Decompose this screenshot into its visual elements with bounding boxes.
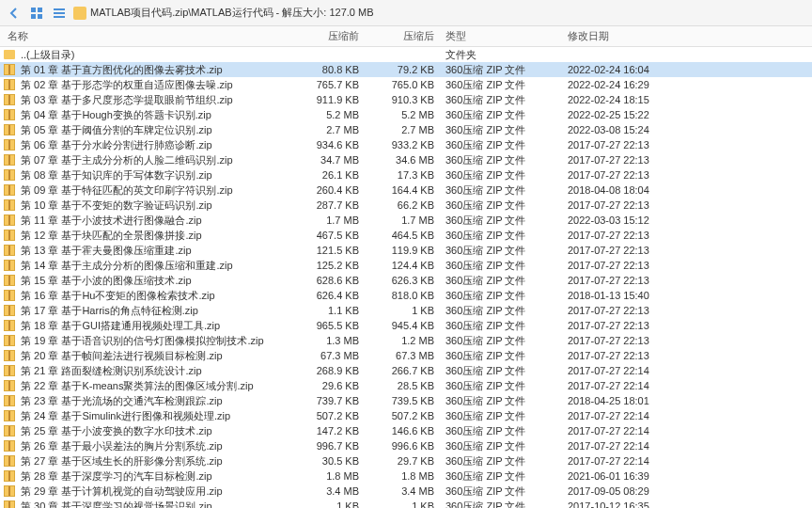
file-size-before: 626.4 KB bbox=[291, 290, 367, 301]
back-button[interactable] bbox=[6, 5, 23, 22]
file-size-before: 260.4 KB bbox=[291, 184, 367, 196]
file-name: 第 01 章 基于直方图优化的图像去雾技术.zip bbox=[21, 63, 291, 77]
file-size-after: 933.2 KB bbox=[367, 139, 442, 151]
file-row[interactable]: 第 14 章 基于主成分分析的图像压缩和重建.zip125.2 KB124.4 … bbox=[0, 258, 812, 273]
svg-rect-6 bbox=[54, 16, 65, 18]
file-row[interactable]: 第 28 章 基于深度学习的汽车目标检测.zip1.8 MB1.8 MB360压… bbox=[0, 468, 812, 484]
file-size-before: 1.8 MB bbox=[291, 470, 367, 482]
parent-dir-label: ..(上级目录) bbox=[21, 48, 291, 62]
file-size-after: 1.8 MB bbox=[367, 470, 442, 482]
col-after[interactable]: 压缩后 bbox=[367, 26, 442, 46]
col-before[interactable]: 压缩前 bbox=[291, 26, 367, 46]
zip-icon bbox=[4, 364, 17, 377]
parent-dir-row[interactable]: ..(上级目录) 文件夹 bbox=[0, 47, 812, 62]
file-size-after: 910.3 KB bbox=[367, 94, 442, 105]
folder-icon bbox=[73, 7, 86, 20]
file-date: 2017-07-27 22:14 bbox=[564, 380, 812, 391]
toolbar: MATLAB项目代码.zip\MATLAB运行代码 - 解压大小: 127.0 … bbox=[0, 0, 812, 26]
file-size-before: 80.8 KB bbox=[291, 64, 367, 75]
file-size-after: 507.2 KB bbox=[367, 410, 442, 421]
file-row[interactable]: 第 04 章 基于Hough变换的答题卡识别.zip5.2 MB5.2 MB36… bbox=[0, 107, 812, 122]
file-type: 360压缩 ZIP 文件 bbox=[442, 244, 564, 258]
file-row[interactable]: 第 30 章 基于深度学习的视觉场景识别.zip1 KB1 KB360压缩 ZI… bbox=[0, 499, 812, 508]
file-row[interactable]: 第 10 章 基于不变矩的数字验证码识别.zip287.7 KB66.2 KB3… bbox=[0, 198, 812, 213]
file-type: 360压缩 ZIP 文件 bbox=[442, 439, 564, 453]
file-size-before: 628.6 KB bbox=[291, 275, 367, 286]
file-row[interactable]: 第 01 章 基于直方图优化的图像去雾技术.zip80.8 KB79.2 KB3… bbox=[0, 62, 812, 77]
file-row[interactable]: 第 16 章 基于Hu不变矩的图像检索技术.zip626.4 KB818.0 K… bbox=[0, 288, 812, 303]
file-row[interactable]: 第 17 章 基于Harris的角点特征检测.zip1.1 KB1 KB360压… bbox=[0, 303, 812, 318]
col-date[interactable]: 修改日期 bbox=[564, 26, 812, 46]
file-size-after: 464.5 KB bbox=[367, 230, 442, 241]
file-size-before: 287.7 KB bbox=[291, 199, 367, 211]
file-size-after: 79.2 KB bbox=[367, 64, 442, 75]
file-type: 360压缩 ZIP 文件 bbox=[442, 153, 564, 167]
file-size-after: 67.3 MB bbox=[367, 350, 442, 361]
file-row[interactable]: 第 18 章 基于GUI搭建通用视频处理工具.zip965.5 KB945.4 … bbox=[0, 318, 812, 333]
file-row[interactable]: 第 05 章 基于阈值分割的车牌定位识别.zip2.7 MB2.7 MB360压… bbox=[0, 122, 812, 137]
file-size-before: 1.1 KB bbox=[291, 305, 367, 316]
zip-icon bbox=[4, 349, 17, 362]
file-size-before: 1.3 MB bbox=[291, 335, 367, 346]
file-size-before: 996.7 KB bbox=[291, 440, 367, 452]
file-size-before: 934.6 KB bbox=[291, 139, 367, 151]
file-size-after: 5.2 MB bbox=[367, 109, 442, 120]
file-size-after: 1.7 MB bbox=[367, 214, 442, 226]
zip-icon bbox=[4, 198, 17, 212]
file-date: 2017-09-05 08:29 bbox=[564, 485, 812, 497]
file-size-after: 124.4 KB bbox=[367, 260, 442, 271]
file-type: 360压缩 ZIP 文件 bbox=[442, 123, 564, 137]
view-list-button[interactable] bbox=[51, 5, 68, 22]
zip-icon bbox=[4, 229, 17, 242]
file-type: 360压缩 ZIP 文件 bbox=[442, 454, 564, 468]
col-name[interactable]: 名称 bbox=[0, 26, 291, 46]
file-date: 2022-03-08 15:24 bbox=[564, 124, 812, 135]
file-size-before: 3.4 MB bbox=[291, 485, 367, 497]
file-row[interactable]: 第 13 章 基于霍夫曼图像压缩重建.zip121.5 KB119.9 KB36… bbox=[0, 243, 812, 258]
file-row[interactable]: 第 08 章 基于知识库的手写体数字识别.zip26.1 KB17.3 KB36… bbox=[0, 167, 812, 183]
view-icons-button[interactable] bbox=[28, 5, 45, 22]
file-row[interactable]: 第 12 章 基于块匹配的全景图像拼接.zip467.5 KB464.5 KB3… bbox=[0, 228, 812, 243]
file-size-after: 1.2 MB bbox=[367, 335, 442, 346]
col-type[interactable]: 类型 bbox=[442, 26, 564, 46]
zip-icon bbox=[4, 289, 17, 302]
breadcrumb[interactable]: MATLAB项目代码.zip\MATLAB运行代码 - 解压大小: 127.0 … bbox=[73, 6, 806, 20]
file-row[interactable]: 第 15 章 基于小波的图像压缩技术.zip628.6 KB626.3 KB36… bbox=[0, 273, 812, 288]
file-size-before: 467.5 KB bbox=[291, 230, 367, 241]
file-row[interactable]: 第 19 章 基于语音识别的信号灯图像模拟控制技术.zip1.3 MB1.2 M… bbox=[0, 333, 812, 348]
file-size-after: 34.6 MB bbox=[367, 154, 442, 166]
file-row[interactable]: 第 22 章 基于K-means聚类算法的图像区域分割.zip29.6 KB28… bbox=[0, 378, 812, 393]
file-size-before: 147.2 KB bbox=[291, 425, 367, 437]
file-date: 2022-02-24 16:04 bbox=[564, 64, 812, 75]
file-row[interactable]: 第 03 章 基于多尺度形态学提取眼前节组织.zip911.9 KB910.3 … bbox=[0, 92, 812, 107]
file-type: 360压缩 ZIP 文件 bbox=[442, 289, 564, 303]
file-date: 2018-01-13 15:40 bbox=[564, 290, 812, 301]
file-name: 第 23 章 基于光流场的交通汽车检测跟踪.zip bbox=[21, 394, 291, 408]
file-type: 360压缩 ZIP 文件 bbox=[442, 93, 564, 107]
file-row[interactable]: 第 11 章 基于小波技术进行图像融合.zip1.7 MB1.7 MB360压缩… bbox=[0, 213, 812, 228]
file-date: 2017-07-27 22:14 bbox=[564, 365, 812, 376]
file-type: 360压缩 ZIP 文件 bbox=[442, 484, 564, 499]
file-list[interactable]: ..(上级目录) 文件夹 第 01 章 基于直方图优化的图像去雾技术.zip80… bbox=[0, 47, 812, 508]
file-row[interactable]: 第 02 章 基于形态学的权重自适应图像去噪.zip765.7 KB765.0 … bbox=[0, 77, 812, 92]
file-size-before: 121.5 KB bbox=[291, 245, 367, 256]
file-row[interactable]: 第 06 章 基于分水岭分割进行肺癌诊断.zip934.6 KB933.2 KB… bbox=[0, 137, 812, 152]
file-type: 360压缩 ZIP 文件 bbox=[442, 500, 564, 509]
file-size-after: 818.0 KB bbox=[367, 290, 442, 301]
file-name: 第 07 章 基于主成分分析的人脸二维码识别.zip bbox=[21, 153, 291, 167]
file-row[interactable]: 第 24 章 基于Simulink进行图像和视频处理.zip507.2 KB50… bbox=[0, 408, 812, 423]
file-row[interactable]: 第 29 章 基于计算机视觉的自动驾驶应用.zip3.4 MB3.4 MB360… bbox=[0, 484, 812, 499]
file-row[interactable]: 第 09 章 基于特征匹配的英文印刷字符识别.zip260.4 KB164.4 … bbox=[0, 183, 812, 198]
svg-rect-2 bbox=[31, 14, 36, 19]
file-row[interactable]: 第 21 章 路面裂缝检测识别系统设计.zip268.9 KB266.7 KB3… bbox=[0, 363, 812, 378]
file-size-before: 507.2 KB bbox=[291, 410, 367, 421]
file-size-after: 29.7 KB bbox=[367, 455, 442, 467]
file-type: 360压缩 ZIP 文件 bbox=[442, 469, 564, 484]
file-row[interactable]: 第 26 章 基于最小误差法的胸片分割系统.zip996.7 KB996.6 K… bbox=[0, 438, 812, 453]
file-row[interactable]: 第 25 章 基于小波变换的数字水印技术.zip147.2 KB146.6 KB… bbox=[0, 423, 812, 438]
file-row[interactable]: 第 23 章 基于光流场的交通汽车检测跟踪.zip739.7 KB739.5 K… bbox=[0, 393, 812, 408]
file-row[interactable]: 第 20 章 基于帧间差法进行视频目标检测.zip67.3 MB67.3 MB3… bbox=[0, 348, 812, 363]
file-row[interactable]: 第 27 章 基于区域生长的肝影像分割系统.zip30.5 KB29.7 KB3… bbox=[0, 453, 812, 468]
file-row[interactable]: 第 07 章 基于主成分分析的人脸二维码识别.zip34.7 MB34.6 MB… bbox=[0, 152, 812, 167]
zip-icon bbox=[4, 93, 17, 106]
